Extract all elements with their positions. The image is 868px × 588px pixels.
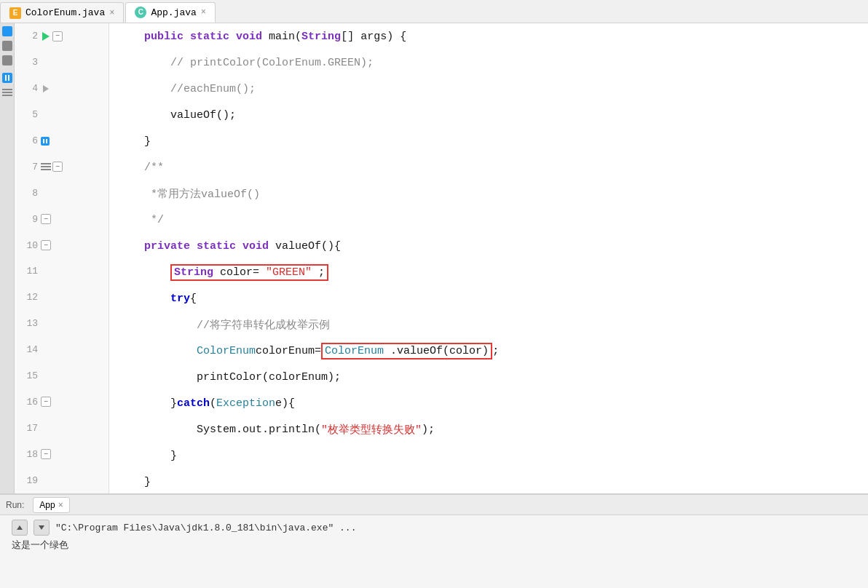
line-num-17: 17: [17, 423, 38, 434]
gutter-row-9: 9 −: [15, 206, 108, 232]
code-line-17: System.out.println( "枚举类型转换失败" );: [109, 416, 868, 442]
line-num-19: 19: [17, 475, 38, 486]
left-side-bar: [0, 23, 15, 493]
side-lines-icon: [2, 87, 12, 98]
gutter-row-8: 8: [15, 180, 108, 206]
tab-app[interactable]: C App.java ×: [125, 2, 216, 23]
tab-colorenum[interactable]: E ColorEnum.java ×: [0, 2, 124, 23]
gutter-row-4: 4 −: [15, 76, 108, 102]
fold-icon-2[interactable]: −: [52, 31, 63, 41]
line-num-9: 9: [17, 214, 38, 225]
gutter-row-7: 7 −: [15, 154, 108, 180]
red-box-14: ColorEnum .valueOf(color): [321, 343, 492, 359]
tab-app-close[interactable]: ×: [201, 7, 206, 17]
fold-icon-10[interactable]: −: [41, 240, 51, 250]
java-path-text: "C:\Program Files\Java\jdk1.8.0_181\bin\…: [55, 523, 356, 533]
code-line-11: String color= "GREEN" ;: [109, 259, 868, 285]
code-area[interactable]: public static void main( String [] args)…: [109, 23, 868, 493]
run-label: Run:: [6, 500, 24, 510]
line-num-6: 6: [17, 135, 38, 146]
gutter-row-16: 16 −: [15, 389, 108, 415]
line-num-5: 5: [17, 109, 38, 120]
line-num-2: 2: [17, 31, 38, 41]
side-run-indicator[interactable]: [2, 26, 12, 36]
gutter-row-2: 2 −: [15, 23, 108, 49]
line-num-10: 10: [17, 240, 38, 251]
side-debug-indicator[interactable]: [2, 41, 12, 51]
gutter-icons-10: −: [41, 240, 51, 250]
code-line-14: ColorEnum colorEnum= ColorEnum .valueOf(…: [109, 338, 868, 364]
bottom-content: "C:\Program Files\Java\jdk1.8.0_181\bin\…: [0, 515, 868, 588]
pause-icon-6: [41, 137, 50, 146]
line-num-8: 8: [17, 188, 38, 199]
tab-icon-e: E: [9, 7, 21, 19]
pause-icon[interactable]: [2, 73, 12, 83]
bottom-tab-close[interactable]: ×: [58, 500, 63, 510]
svg-marker-0: [17, 525, 23, 530]
code-line-19: }: [109, 469, 868, 493]
bottom-tab-app[interactable]: App ×: [33, 497, 69, 513]
gutter-row-3: 3 −: [15, 49, 108, 76]
bottom-tab-app-label: App: [39, 500, 55, 510]
line-num-14: 14: [17, 344, 38, 355]
side-step-indicator[interactable]: [2, 55, 12, 65]
gutter-icons-6: [41, 137, 50, 146]
gutter-row-13: 13: [15, 311, 108, 337]
code-line-10: private static void valueOf(){: [109, 233, 868, 259]
gutter-icons-3: −: [41, 57, 51, 68]
line-num-16: 16: [17, 397, 38, 408]
javadoc-icon-7: [41, 162, 51, 172]
gutter-icons-7: −: [41, 162, 63, 172]
gutter-row-14: 14: [15, 337, 108, 363]
scroll-up-btn[interactable]: [12, 520, 28, 536]
run-icon-4: [41, 84, 51, 94]
fold-icon-9[interactable]: −: [41, 214, 51, 224]
code-line-9: */: [109, 207, 868, 233]
gutter-row-18: 18 −: [15, 441, 108, 467]
output-text: 这是一个绿色: [12, 539, 68, 552]
gutter-icons-16: −: [41, 397, 51, 407]
tab-colorenum-label: ColorEnum.java: [25, 7, 105, 18]
line-num-7: 7: [17, 162, 38, 172]
tab-icon-c: C: [135, 7, 146, 18]
code-line-18: }: [109, 442, 868, 469]
code-line-5: valueOf();: [109, 102, 868, 128]
console-line-2: 这是一个绿色: [12, 539, 856, 552]
code-line-4: //eachEnum();: [109, 76, 868, 102]
tab-app-label: App.java: [151, 7, 196, 18]
code-line-7: /**: [109, 154, 868, 180]
gutter-icons-18: −: [41, 449, 51, 459]
bottom-tab-bar: Run: App ×: [0, 495, 868, 515]
bottom-panel: Run: App × "C:\Program Files\Java\jdk1.8…: [0, 493, 868, 588]
gutter-icons-9: −: [41, 214, 51, 224]
fold-icon-18[interactable]: −: [41, 449, 51, 459]
code-line-6: }: [109, 128, 868, 154]
editor: 2 − 3 − 4 − 5: [0, 23, 868, 493]
line-num-3: 3: [17, 57, 38, 68]
run-icon-2[interactable]: [41, 31, 51, 41]
line-num-18: 18: [17, 449, 38, 460]
gutter-row-5: 5: [15, 102, 108, 128]
gutter-icons-4: −: [41, 84, 63, 94]
scroll-down-btn[interactable]: [33, 520, 50, 536]
code-line-8: *常用方法valueOf(): [109, 180, 868, 207]
fold-icon-16[interactable]: −: [41, 397, 51, 407]
code-line-3: // printColor(ColorEnum.GREEN);: [109, 49, 868, 76]
gutter-row-17: 17: [15, 415, 108, 441]
fold-icon-7[interactable]: −: [52, 162, 63, 172]
code-line-13: //将字符串转化成枚举示例: [109, 311, 868, 338]
code-line-12: try {: [109, 285, 868, 311]
console-line-1: "C:\Program Files\Java\jdk1.8.0_181\bin\…: [12, 520, 856, 536]
svg-marker-1: [39, 525, 44, 530]
gutter: 2 − 3 − 4 − 5: [15, 23, 109, 493]
code-line-16: } catch ( Exception e){: [109, 390, 868, 416]
gutter-row-15: 15: [15, 363, 108, 389]
tab-colorenum-close[interactable]: ×: [109, 8, 114, 18]
gutter-row-12: 12: [15, 285, 108, 311]
gutter-row-6: 6: [15, 128, 108, 154]
line-num-12: 12: [17, 292, 38, 303]
line-num-11: 11: [17, 266, 38, 277]
gutter-icons-2: −: [41, 31, 63, 41]
code-line-2: public static void main( String [] args)…: [109, 23, 868, 49]
red-box-11: String color= "GREEN" ;: [170, 264, 328, 281]
